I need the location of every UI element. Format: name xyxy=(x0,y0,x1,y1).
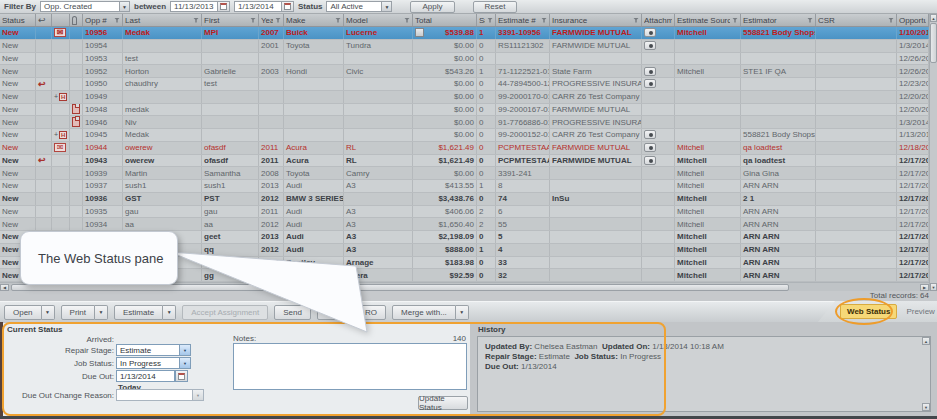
tab-web-status[interactable]: Web Status xyxy=(840,304,897,319)
current-status-title: Current Status xyxy=(7,325,63,334)
table-row[interactable]: New10934aaaa2012AudiA3$1,650.40255Mitche… xyxy=(0,218,929,231)
cell-year xyxy=(259,53,284,65)
update-status-button[interactable]: Update Status xyxy=(418,396,468,410)
cell-created: 12/18/201 xyxy=(897,142,929,154)
cell-opp: 10950 xyxy=(83,78,123,90)
cell-last: owerew xyxy=(123,142,202,154)
column-header-status[interactable]: Status xyxy=(0,14,36,26)
notes-textarea[interactable] xyxy=(233,343,467,390)
cell-estr: ARN ARN xyxy=(741,269,816,281)
column-header-flag[interactable] xyxy=(52,14,70,26)
scroll-right-icon[interactable]: ▶ xyxy=(920,284,929,291)
table-row[interactable]: New10948medak$0.00099-2000167-01FARMWIDE… xyxy=(0,104,929,117)
table-row[interactable]: New✉10944owerewofasdf2011AcuraRL$1,621.4… xyxy=(0,142,929,155)
merge-with-button[interactable]: Merge with... xyxy=(392,305,456,320)
table-row[interactable]: New10935gaugau2011AudiA3$406.0626Mitchel… xyxy=(0,206,929,219)
table-row[interactable]: New109542001ToyotaTundra$0.000RS11121302… xyxy=(0,40,929,53)
column-header-make[interactable]: Make xyxy=(284,14,344,26)
table-row[interactable]: New10937sush1sush12013AudiA3$413.5518Mit… xyxy=(0,180,929,193)
table-row[interactable]: New10936GSTPST2012BMW 3 SERIES CO...$3,4… xyxy=(0,193,929,206)
column-header-attachments[interactable]: Attachments xyxy=(642,14,675,26)
filter-icon[interactable] xyxy=(633,18,639,23)
job-status-select[interactable]: In Progress ▼ xyxy=(116,357,191,369)
chevron-down-icon[interactable]: ▼ xyxy=(119,2,129,11)
filter-icon[interactable] xyxy=(250,18,256,23)
table-row[interactable]: New10946Niv$0.00091-7766886-01PROGRESSIV… xyxy=(0,116,929,129)
cell-estr: 2 1 xyxy=(741,193,816,205)
column-header-year[interactable]: Year xyxy=(259,14,284,26)
column-header-s-[interactable]: S# xyxy=(477,14,496,26)
column-header-estimator[interactable]: Estimator xyxy=(741,14,816,26)
scroll-down-icon[interactable]: ▼ xyxy=(922,403,930,411)
filter-icon[interactable] xyxy=(335,18,341,23)
column-header-estimate-[interactable]: Estimate # xyxy=(496,14,550,26)
vertical-scrollbar[interactable]: ▲ ▼ xyxy=(929,14,937,291)
due-out-change-reason-select[interactable]: ▼ xyxy=(116,389,204,401)
filter-icon[interactable] xyxy=(888,18,894,23)
cell-total: $1,650.40 xyxy=(413,218,477,230)
filter-icon[interactable] xyxy=(732,18,738,23)
table-row[interactable]: New+H10945Medak$0.00099-2000152-01CARR Z… xyxy=(0,129,929,142)
table-row[interactable]: New✉10956MedakMPI2007BuickLucerne$539.88… xyxy=(0,27,929,40)
filter-icon[interactable] xyxy=(275,18,281,23)
filter-by-select[interactable]: Opp. Created ▼ xyxy=(40,1,130,12)
column-header-insurance[interactable]: Insurance xyxy=(550,14,642,26)
scrollbar-thumb[interactable] xyxy=(11,284,789,291)
column-header-undo[interactable]: ↩ xyxy=(36,14,52,26)
table-row[interactable]: New↩10943owerewofasdf2011AcuraRL$1,621.4… xyxy=(0,155,929,168)
scroll-up-icon[interactable]: ▲ xyxy=(922,337,930,345)
filter-icon[interactable] xyxy=(404,18,410,23)
date-from-input[interactable]: 11/13/2013 xyxy=(170,1,217,12)
chevron-down-icon[interactable]: ▼ xyxy=(456,305,469,320)
cell-estr: Gina Gina xyxy=(741,167,816,179)
status-select[interactable]: All Active ▼ xyxy=(326,1,392,12)
table-row[interactable]: New+H10949$0.00099-2000170-01CARR Z6 Tes… xyxy=(0,91,929,104)
column-header-clip[interactable] xyxy=(70,14,83,26)
column-header-opp-[interactable]: Opp # xyxy=(83,14,123,26)
cell-first: Samantha xyxy=(202,167,259,179)
filter-icon[interactable] xyxy=(487,18,493,23)
date-to-input[interactable]: 1/13/2014 xyxy=(234,1,281,12)
calendar-icon[interactable] xyxy=(217,1,230,12)
column-header-total[interactable]: Total xyxy=(413,14,477,26)
filter-icon[interactable] xyxy=(193,18,199,23)
tab-preview[interactable]: Preview xyxy=(903,307,937,316)
column-header-last[interactable]: Last xyxy=(123,14,202,26)
table-row[interactable]: New10939MartinSamantha2008ToyotaCamry$0.… xyxy=(0,167,929,180)
calendar-icon[interactable] xyxy=(175,370,188,382)
cell-undo xyxy=(36,167,52,179)
chevron-down-icon[interactable]: ▼ xyxy=(179,358,190,368)
scroll-up-icon[interactable]: ▲ xyxy=(930,14,937,22)
column-header-model[interactable]: Model xyxy=(344,14,413,26)
column-header-estimate-source[interactable]: Estimate Source xyxy=(675,14,741,26)
cell-ins: FARMWIDE MUTUAL xyxy=(550,155,642,167)
filter-icon[interactable] xyxy=(541,18,547,23)
scroll-left-icon[interactable]: ◀ xyxy=(0,284,9,291)
cell-src: Mitchell xyxy=(675,244,741,256)
filter-icon[interactable] xyxy=(114,18,120,23)
reset-button[interactable]: Reset xyxy=(473,1,518,13)
scrollbar-thumb[interactable] xyxy=(930,23,937,63)
cell-created: 12/20/201 xyxy=(897,91,929,103)
column-header-opportuni[interactable]: Opportuni xyxy=(897,14,929,26)
column-header-csr[interactable]: CSR xyxy=(816,14,897,26)
calendar-icon[interactable] xyxy=(281,1,294,12)
chevron-down-icon[interactable]: ▼ xyxy=(95,305,108,320)
cell-estr: qa loadtest xyxy=(741,142,816,154)
due-out-input[interactable]: 1/13/2014 xyxy=(116,370,175,382)
table-row[interactable]: New10953test$0.00012/26/201 xyxy=(0,53,929,66)
cell-estr xyxy=(741,40,816,52)
chevron-down-icon[interactable]: ▼ xyxy=(381,2,391,11)
table-row[interactable]: New10952HortonGabrielle2003HondiCivic$54… xyxy=(0,65,929,78)
print-button[interactable]: Print xyxy=(61,305,95,320)
table-row[interactable]: New↩10950chaudhrytest$0.00044-7894500-12… xyxy=(0,78,929,91)
apply-button[interactable]: Apply xyxy=(410,1,454,13)
chevron-down-icon[interactable]: ▼ xyxy=(42,305,55,320)
open-button[interactable]: Open xyxy=(4,305,42,320)
filter-icon[interactable] xyxy=(807,18,813,23)
column-header-first[interactable]: First xyxy=(202,14,259,26)
repair-stage-select[interactable]: Estimate ▼ xyxy=(116,344,191,356)
scroll-down-icon[interactable]: ▼ xyxy=(930,283,937,291)
chevron-down-icon[interactable]: ▼ xyxy=(179,345,190,355)
cell-model: A3 xyxy=(344,218,413,230)
